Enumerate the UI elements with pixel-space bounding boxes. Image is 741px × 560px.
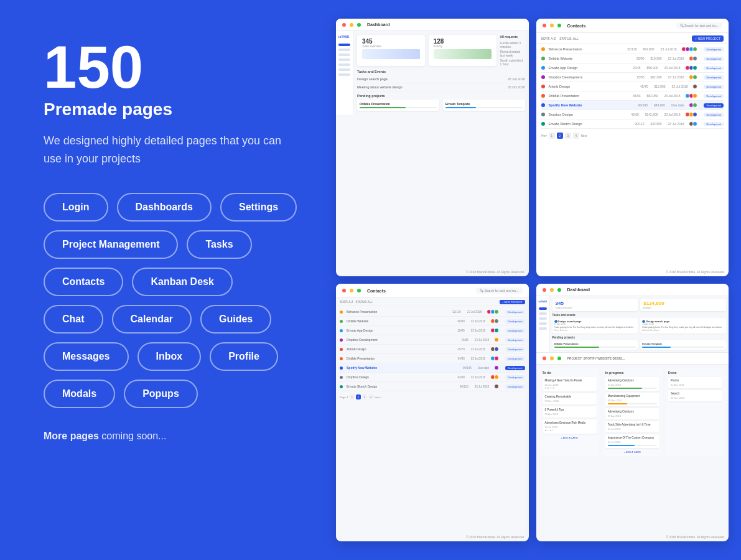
- pill-guides[interactable]: Guides: [200, 305, 271, 334]
- screenshot-label-4: © 2018 BrandDribble. All Rights Reserved…: [666, 535, 725, 539]
- kanban-card: 6 Powerful Tips 09 Apr 2018: [543, 406, 597, 418]
- more-pages-bold: More pages: [44, 431, 99, 441]
- pill-tasks[interactable]: Tasks: [187, 230, 251, 259]
- screenshot-contacts-small: Contacts 🔍 Search for task and iss... SO…: [336, 284, 529, 541]
- contact-row-2: Dribble Website 90/90 $10,500 23 Jul 201…: [541, 54, 724, 63]
- add-card-inprogress[interactable]: + ADD A CARD: [605, 450, 659, 454]
- pill-calendar[interactable]: Calendar: [112, 305, 192, 334]
- sidebar-nav-1: ioTASK: [336, 31, 353, 114]
- pill-chat[interactable]: Chat: [44, 305, 103, 334]
- screenshot-dashboard: Dashboard ioTASK 345: [336, 19, 529, 276]
- dot-green: [357, 23, 361, 27]
- contact-row-5: Airbnb Design 45/70 $12,800 23 Jul 2018 …: [541, 82, 724, 91]
- kanban-columns: To do Making A New Trend in Poster 10 Ju…: [536, 365, 729, 460]
- pill-inbox[interactable]: Inbox: [137, 342, 202, 371]
- pills-row-4: Chat Calendar Guides: [44, 305, 299, 334]
- main-container: 150 Premade pages We designed highly det…: [0, 0, 741, 560]
- mock-row-2: Meeting about website design 08 Oct 2018: [357, 83, 525, 91]
- pills-row-3: Contacts Kanban Desk: [44, 268, 299, 296]
- kanban-card: Advertisers Embrace Rich Media 24 Jul 20…: [543, 419, 597, 434]
- pill-kanban-desk[interactable]: Kanban Desk: [132, 268, 232, 296]
- screenshot-header-4a: Dashboard: [536, 284, 729, 296]
- mock-sidebar-1: ioTASK 345 Tasks overview: [336, 31, 529, 114]
- contact-row-9: Envato Sketch Design 90/110 $32,800 23 J…: [541, 119, 724, 129]
- dot-green-3: [357, 289, 361, 292]
- kanban-col-inprogress: In progress Advertising Outdoors 31 Apr …: [603, 368, 662, 456]
- pills-row-5: Messages Inbox Profile: [44, 342, 299, 371]
- stat-tasks: 345 Tasks overview: [357, 35, 425, 66]
- more-pages: More pages coming soon...: [44, 431, 299, 442]
- screenshot-header-1: Dashboard: [336, 19, 529, 31]
- pills-row-6: Modals Popups: [44, 380, 299, 408]
- pills-row-1: Login Dashboards Settings: [44, 193, 299, 222]
- stat-activity: 128 Activity: [429, 35, 496, 66]
- kanban-col-done: Done Promo 31 Apr 2018 Search 09 Nov 201…: [666, 368, 725, 456]
- kanban-section: PROJECT: SPOTIFY WEBSITE DESIG... To do …: [536, 353, 729, 460]
- pill-messages[interactable]: Messages: [44, 342, 129, 371]
- kanban-card: Making A New Trend in Poster 10 Jun 2018…: [543, 377, 597, 391]
- pagination: Prev 1 2 3 4 Next: [536, 130, 729, 141]
- hero-subtitle: Premade pages: [44, 100, 299, 119]
- mock-row-1: Design search page 28 Jun 2018: [357, 75, 525, 83]
- dot-red-3: [342, 289, 346, 292]
- contact-row-3: Envato App Design 20/45 $56,900 23 Jul 2…: [541, 63, 724, 73]
- add-card-todo[interactable]: + ADD A CARD: [543, 436, 597, 439]
- dash-mini: Dashboard ioTASK 345: [536, 284, 729, 353]
- pill-popups[interactable]: Popups: [124, 380, 198, 408]
- dash-stats-1: 345 Tasks overview 128 Activity All requ…: [357, 35, 525, 66]
- left-panel: 150 Premade pages We designed highly det…: [0, 0, 330, 560]
- hero-description: We designed highly detailed pages that y…: [44, 132, 299, 168]
- screenshot-dashboard-kanban: Dashboard ioTASK 345: [536, 284, 729, 541]
- pill-profile[interactable]: Profile: [210, 342, 278, 371]
- screenshot-label-3: © 2018 BrandDribble. All Rights Reserved…: [466, 535, 525, 539]
- dot-red: [342, 23, 346, 27]
- kanban-card: Creating Remarkable 09 Nov 2018: [543, 393, 597, 404]
- screenshot-header-3: Contacts 🔍 Search for task and iss...: [336, 284, 529, 298]
- dot-green-2: [557, 24, 561, 27]
- pill-project-management[interactable]: Project Management: [44, 230, 178, 259]
- contact-row-1: Behance Presentation 32/110 $42,800 23 J…: [541, 45, 724, 54]
- screenshot-title-2: Contacts: [567, 24, 586, 28]
- contact-row-4: Dropbox Development 15/65 $62,300 23 Jul…: [541, 73, 724, 82]
- dot-yellow-3: [350, 289, 353, 292]
- dot-red-2: [543, 24, 546, 27]
- pill-contacts[interactable]: Contacts: [44, 268, 123, 296]
- screenshot-header-4b: PROJECT: SPOTIFY WEBSITE DESIG...: [536, 353, 729, 365]
- kanban-col-todo: To do Making A New Trend in Poster 10 Ju…: [540, 368, 599, 456]
- contact-row-8: Dropbox Design 42/69 $142,800 23 Jul 201…: [541, 110, 724, 119]
- contact-row-6: Dribble Presentation 34/93 $62,950 23 Ju…: [541, 91, 724, 101]
- screenshot-label-2: © 2018 BrandDribble. All Rights Reserved…: [666, 270, 725, 274]
- screenshot-title-3: Contacts: [367, 289, 386, 293]
- pills-row-2: Project Management Tasks: [44, 230, 299, 259]
- contact-row-7: Spotify New Website 90/145 $43,800 Due d…: [541, 101, 724, 110]
- screenshot-label-1: © 2018 BrandDribble. All Rights Reserved…: [466, 270, 525, 274]
- pagination-small: Page: 1 1 2 3 4 Next >: [336, 393, 529, 401]
- main-content-1: 345 Tasks overview 128 Activity All requ…: [353, 31, 529, 114]
- screenshot-title-1: Dashboard: [367, 22, 390, 27]
- screenshot-contacts-large: Contacts 🔍 Search for task and iss... SO…: [536, 19, 729, 276]
- contacts-list: Behance Presentation 32/110 $42,800 23 J…: [536, 44, 729, 130]
- pills-grid: Login Dashboards Settings Project Manage…: [44, 193, 299, 408]
- contacts-list-small: Behance Presentation 32/110 23 Jul 2018 …: [336, 306, 529, 393]
- pill-settings[interactable]: Settings: [220, 193, 297, 222]
- right-panel: Dashboard ioTASK 345: [330, 0, 741, 560]
- pill-modals[interactable]: Modals: [44, 380, 115, 408]
- more-pages-rest: coming soon...: [99, 431, 167, 441]
- screenshot-header-2: Contacts 🔍 Search for task and iss...: [536, 19, 729, 33]
- hero-number: 150: [44, 37, 299, 97]
- dot-yellow-2: [550, 24, 554, 27]
- pill-login[interactable]: Login: [44, 193, 108, 222]
- dot-yellow: [350, 23, 353, 27]
- pill-dashboards[interactable]: Dashboards: [117, 193, 212, 222]
